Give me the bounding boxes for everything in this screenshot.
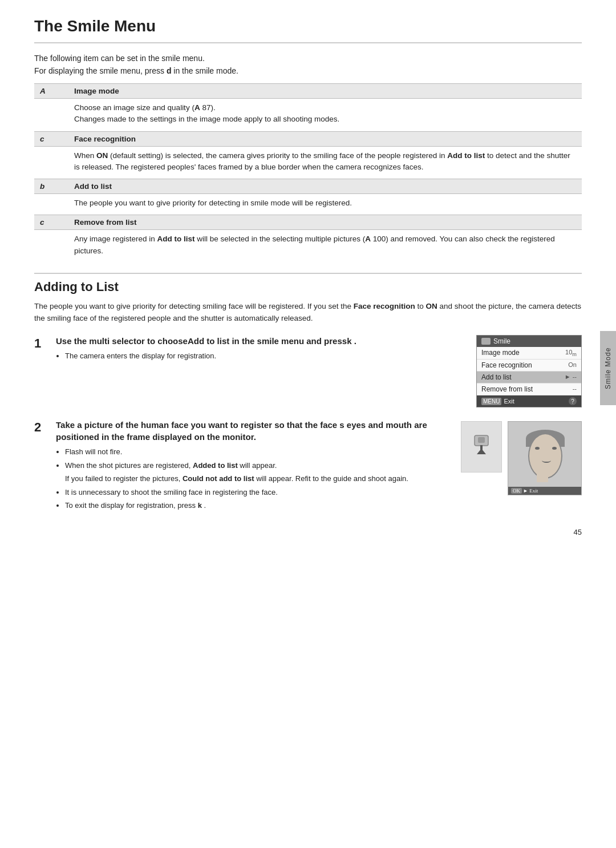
- table-header-remove-list: Remove from list: [68, 215, 582, 230]
- table-desc-remove-list: Any image registered in Add to list will…: [34, 230, 582, 263]
- smile-row-label-2: Face recognition: [481, 361, 532, 369]
- menu-kbd: MENU: [481, 398, 501, 405]
- step1-number: 1: [34, 335, 56, 351]
- step1-bullet1: The camera enters the display for regist…: [65, 350, 467, 362]
- page-number: 45: [574, 528, 582, 536]
- face-mouth: [542, 458, 551, 463]
- smile-menu-box: Smile Image mode 10m Face recognition On…: [476, 335, 582, 407]
- smile-menu-row-remove-list: Remove from list --: [477, 383, 581, 395]
- table-letter-a: A: [34, 84, 68, 99]
- intro-line-1: The following item can be set in the smi…: [34, 54, 582, 63]
- face-reg-box: OK ► Exit: [508, 421, 582, 495]
- question-icon: ?: [569, 397, 577, 405]
- step1-container: 1 Use the multi selector to chooseAdd to…: [34, 335, 582, 407]
- step2-images: OK ► Exit: [461, 421, 582, 495]
- step1-main: Use the multi selector to chooseAdd to l…: [56, 335, 467, 347]
- table-letter-c2: c: [34, 215, 68, 230]
- smile-icon: [481, 338, 491, 345]
- smile-menu-row-image-mode: Image mode 10m: [477, 347, 581, 360]
- smile-row-label-4: Remove from list: [481, 385, 533, 393]
- smile-menu-row-add-list: Add to list ► --: [477, 371, 581, 383]
- section2-heading: Adding to List: [34, 273, 582, 294]
- smile-row-value-4: --: [573, 385, 577, 393]
- smile-row-value-2: On: [568, 361, 577, 369]
- step2-bullet5: To exit the display for registration, pr…: [65, 500, 453, 511]
- table-desc-image-mode: Choose an image size and quality (A 87).…: [34, 99, 582, 132]
- page-title: The Smile Menu: [34, 17, 582, 43]
- table-desc-face-rec: When ON (default setting) is selected, t…: [34, 146, 582, 179]
- smile-row-value-3: ► --: [565, 373, 577, 381]
- step2-bullet2: When the shot pictures are registered, A…: [65, 460, 453, 471]
- face-eye-left: [535, 447, 540, 450]
- table-header-image-mode: Image mode: [68, 84, 582, 99]
- smile-menu-title: Smile: [477, 336, 581, 347]
- svg-rect-3: [480, 445, 483, 450]
- table-row-add-list-header: b Add to list: [34, 179, 582, 194]
- table-desc-add-list: The people you want to give priority for…: [34, 194, 582, 215]
- smile-row-label-1: Image mode: [481, 349, 520, 357]
- smile-menu-exit-label: Exit: [504, 398, 514, 405]
- menu-table: A Image mode Choose an image size and qu…: [34, 83, 582, 263]
- step2-bullet3: If you failed to register the pictures, …: [56, 473, 453, 484]
- smile-menu-title-text: Smile: [493, 337, 510, 345]
- smile-row-value-1: 10m: [565, 349, 577, 357]
- smile-menu-row-face-rec: Face recognition On: [477, 360, 581, 371]
- step1-content: Use the multi selector to chooseAdd to l…: [56, 335, 467, 364]
- step2-container: 2 Take a picture of the human face you w…: [34, 419, 582, 514]
- step2-bullet4: It is unnecessary to shoot the smiling f…: [65, 487, 453, 498]
- step2-bullets: Flash will not fire. When the shot pictu…: [65, 446, 453, 511]
- table-row-face-rec-desc: When ON (default setting) is selected, t…: [34, 146, 582, 179]
- step2-main: Take a picture of the human face you wan…: [56, 419, 453, 443]
- intro2-prefix: For displaying the smile menu, press: [34, 66, 167, 75]
- down-arrow-icon: [470, 433, 493, 461]
- table-row-image-mode-desc: Choose an image size and quality (A 87).…: [34, 99, 582, 132]
- step1-bullets: The camera enters the display for regist…: [65, 350, 467, 362]
- table-row-remove-list-desc: Any image registered in Add to list will…: [34, 230, 582, 263]
- svg-rect-1: [478, 437, 485, 443]
- step2-number: 2: [34, 419, 56, 435]
- table-letter-b: b: [34, 179, 68, 194]
- table-row-add-list-desc: The people you want to give priority for…: [34, 194, 582, 215]
- smile-menu-footer: MENU Exit ?: [477, 395, 581, 407]
- face-neck: [537, 472, 548, 482]
- section2-intro: The people you want to give priority for…: [34, 300, 582, 325]
- step2-content: Take a picture of the human face you wan…: [56, 419, 453, 514]
- face-eye-right: [552, 447, 557, 450]
- smile-row-label-3: Add to list: [481, 373, 512, 381]
- table-row-image-mode-header: A Image mode: [34, 84, 582, 99]
- table-header-add-list: Add to list: [68, 179, 582, 194]
- sidebar-label: Smile Mode: [600, 331, 616, 405]
- table-row-remove-list-header: c Remove from list: [34, 215, 582, 230]
- exit-label-small: ► Exit: [523, 488, 538, 494]
- table-row-face-rec-header: c Face recognition: [34, 131, 582, 146]
- table-letter-c1: c: [34, 131, 68, 146]
- intro-line-2: For displaying the smile menu, press d i…: [34, 66, 582, 75]
- table-header-face-rec: Face recognition: [68, 131, 582, 146]
- ok-btn: OK: [511, 488, 522, 494]
- ok-exit-bar: OK ► Exit: [508, 487, 581, 495]
- step1-image: Smile Image mode 10m Face recognition On…: [476, 335, 582, 407]
- intro2-suffix: in the smile mode.: [171, 66, 238, 75]
- arrow-box: [461, 421, 502, 473]
- step2-bullet1: Flash will not fire.: [65, 446, 453, 458]
